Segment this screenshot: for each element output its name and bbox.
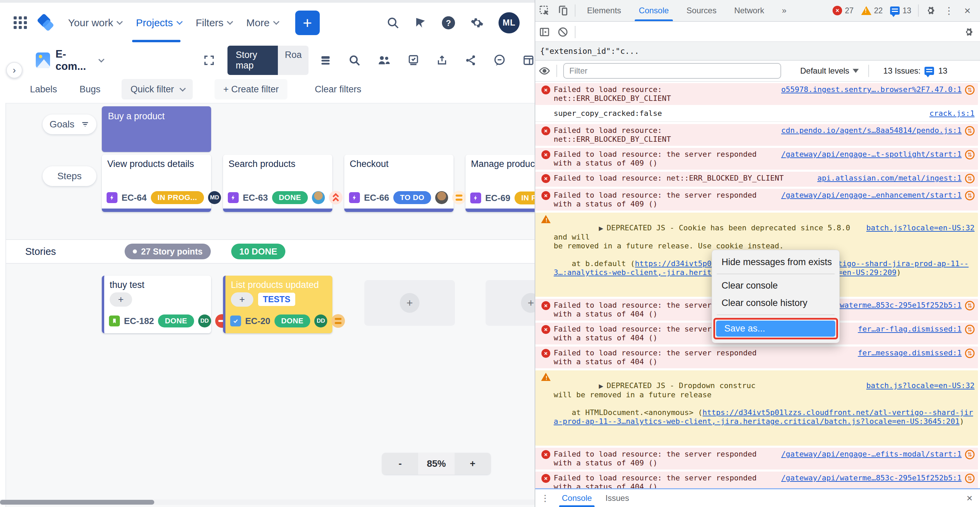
expand-sidebar-button[interactable]: › [6,62,22,78]
app-switcher-icon[interactable] [14,16,27,29]
assignee-avatar[interactable]: DD [314,314,327,327]
chevron-down-icon[interactable] [99,56,105,62]
error-count[interactable]: ×27 [832,6,854,15]
status-badge[interactable]: TO DO [393,191,431,204]
search-icon[interactable] [386,16,400,30]
source-link[interactable]: fer…ar-flag.dismissed:1 [858,325,962,333]
drawer-menu-icon[interactable]: ⋮ [535,493,555,504]
story-card[interactable]: thuy test + EC-182 DONE DD [102,276,211,333]
add-child-button[interactable]: + [110,292,132,307]
add-card-button[interactable]: + [400,293,420,313]
panel-layout-icon[interactable] [522,54,535,67]
export-icon[interactable] [436,54,448,67]
log-levels-dropdown[interactable]: Default levels [800,66,859,76]
message-count[interactable]: 13 [890,6,911,15]
source-link[interactable]: cdn.pendo.io/agent/s…8aa54814/pendo.js:1 [781,126,962,135]
console-settings-icon[interactable] [959,24,978,40]
settings-gear-icon[interactable] [470,16,484,30]
expand-icon[interactable]: ▶ [599,225,603,232]
zoom-in-button[interactable]: + [455,453,491,475]
menu-item-save-as[interactable]: Save as... [716,320,835,336]
tab-console[interactable]: Console [630,0,678,21]
tab-network[interactable]: Network [725,0,773,21]
menu-item-hide-messages[interactable]: Hide messages from exists [712,254,839,271]
source-link[interactable]: fer…message.dismissed:1 [858,349,962,357]
status-badge[interactable]: DONE [274,314,310,327]
console-info-bar[interactable]: {"extension_id":"c... [535,42,980,61]
inspect-element-icon[interactable] [535,2,554,19]
devtools-menu-icon[interactable]: ⋮ [940,2,958,19]
console-filter-input[interactable] [563,63,781,79]
assignee-avatar[interactable]: MD [208,191,221,204]
console-log-row[interactable]: crack.js:1super_copy_cracked:false [535,107,978,122]
device-toolbar-icon[interactable] [554,2,572,19]
more-tabs-button[interactable]: » [773,0,795,21]
tab-sources[interactable]: Sources [678,0,725,21]
story-card-selected[interactable]: List products updated + TESTS EC-20 DONE… [223,276,332,333]
add-card-button[interactable]: + [521,293,535,313]
assignee-avatar[interactable] [435,191,448,204]
menu-item-clear-console[interactable]: Clear console [712,277,839,294]
status-badge[interactable]: DONE [158,314,194,327]
status-badge[interactable]: IN PROG... [514,191,535,204]
console-error-row[interactable]: × /gateway/api/engage-…efits-modal/start… [535,448,978,470]
horizontal-scrollbar-thumb[interactable] [0,500,154,505]
bugs-filter[interactable]: Bugs [80,84,101,95]
create-button[interactable]: + [295,11,320,35]
project-avatar[interactable] [36,53,50,68]
step-card[interactable]: View products details EC-64 IN PROG... M… [102,155,211,212]
issues-counter[interactable]: 13 Issues: 13 [883,66,947,76]
console-error-row[interactable]: × api.atlassian.com/metal/ingest:1⇅Faile… [535,172,978,187]
console-sidebar-icon[interactable] [535,24,554,40]
help-icon[interactable]: ? [441,16,456,30]
source-link[interactable]: batch.js?locale=en-US:32 [866,381,975,390]
menu-item-clear-history[interactable]: Clear console history [712,294,839,312]
source-link[interactable]: /gateway/api/engage-…enhancement/start:1 [781,191,962,200]
nav-more[interactable]: More [246,17,277,29]
jira-logo-icon[interactable] [37,14,54,32]
goals-row-label[interactable]: Goals [43,115,96,134]
nav-projects[interactable]: Projects [136,17,180,29]
live-expression-eye-icon[interactable] [535,63,554,79]
board-check-icon[interactable] [407,54,420,67]
clear-filters-button[interactable]: Clear filters [315,84,361,95]
rows-icon[interactable] [320,54,332,67]
fullscreen-icon[interactable] [203,54,215,67]
drawer-tab-issues[interactable]: Issues [599,489,636,507]
console-error-row[interactable]: × /gateway/api/engage-…t-spotlight/start… [535,148,978,170]
add-child-button[interactable]: + [231,292,253,307]
step-card[interactable]: Checkout EC-66 TO DO [344,155,453,212]
source-link[interactable]: o55978.ingest.sentry….browser%2F7.47.0:1 [781,85,962,94]
source-link[interactable]: api.atlassian.com/metal/ingest:1 [817,174,962,183]
status-badge[interactable]: IN PROG... [151,191,204,204]
notifications-icon[interactable] [414,16,427,29]
source-link[interactable]: batch.js?locale=en-US:32 [866,223,975,232]
console-error-row[interactable]: × /gateway/api/engage-…enhancement/start… [535,189,978,210]
story-map-tab[interactable]: Story map [228,46,278,75]
source-link[interactable]: /gateway/api/engage-…t-spotlight/start:1 [781,150,962,159]
step-card[interactable]: Search products EC-63 DONE [223,155,332,212]
tab-elements[interactable]: Elements [578,0,630,21]
clear-console-icon[interactable] [554,24,572,40]
source-link[interactable]: crack.js:1 [930,109,975,118]
status-badge[interactable]: DONE [272,191,308,204]
console-error-row[interactable]: × cdn.pendo.io/agent/s…8aa54814/pendo.js… [535,124,978,146]
create-filter-button[interactable]: + Create filter [215,79,288,99]
user-avatar[interactable]: ML [498,12,520,33]
labels-filter[interactable]: Labels [30,84,57,95]
share-icon[interactable] [465,54,477,67]
devtools-close-icon[interactable]: × [958,2,977,19]
assignee-avatar[interactable] [312,191,325,204]
roadmap-tab[interactable]: Roa [278,46,309,75]
stories-row-label[interactable]: Stories [25,246,56,257]
feedback-icon[interactable] [493,54,506,67]
drawer-tab-console[interactable]: Console [555,489,599,507]
nav-your-work[interactable]: Your work [68,17,121,29]
console-error-row[interactable]: × fer…message.dismissed:1⇅Failed to load… [535,346,978,368]
search-icon[interactable] [348,54,361,67]
source-link[interactable]: /gateway/api/waterme…853c-295e15f252b5:1 [781,474,962,483]
nav-filters[interactable]: Filters [196,17,232,29]
expand-icon[interactable]: ▶ [599,383,603,389]
source-link[interactable]: /gateway/api/engage-…efits-modal/start:1 [781,450,962,459]
quick-filter-dropdown[interactable]: Quick filter [122,79,193,99]
